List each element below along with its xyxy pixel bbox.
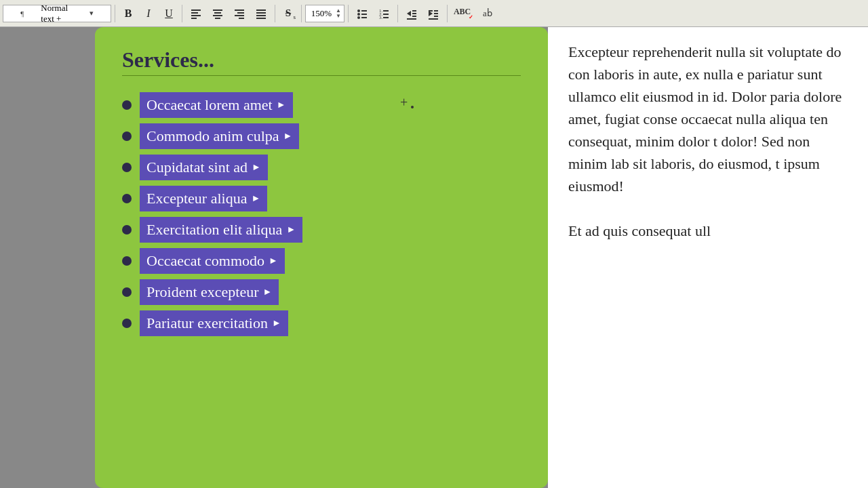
service-link[interactable]: Occaecat commodo ► xyxy=(140,248,285,274)
zoom-arrows[interactable]: ▲ ▼ xyxy=(336,6,341,21)
outdent-button[interactable] xyxy=(401,5,422,22)
style-selector[interactable]: ¶ Normal text + ▾ xyxy=(3,5,111,22)
separator-7 xyxy=(447,5,448,22)
svg-rect-25 xyxy=(383,14,389,15)
list-item: Commodo anim culpa ► xyxy=(122,123,521,149)
zoom-down-arrow[interactable]: ▼ xyxy=(336,14,341,19)
svg-rect-13 xyxy=(256,12,266,14)
svg-rect-15 xyxy=(256,18,266,19)
service-link[interactable]: Occaecat lorem amet ► xyxy=(140,92,293,118)
svg-point-20 xyxy=(357,16,360,19)
align-center-button[interactable] xyxy=(208,5,228,22)
bold-button[interactable]: B xyxy=(119,5,138,22)
svg-rect-5 xyxy=(214,12,221,14)
separator-5 xyxy=(348,5,349,22)
style-label: Normal text + xyxy=(41,3,73,24)
svg-rect-36 xyxy=(434,13,438,14)
svg-rect-29 xyxy=(412,10,416,12)
svg-rect-1 xyxy=(191,12,198,14)
indent-button[interactable] xyxy=(423,5,443,22)
arrow-icon: ► xyxy=(252,162,261,173)
strikethrough-button[interactable]: S s xyxy=(279,5,298,22)
left-sidebar xyxy=(0,27,95,488)
italic-button[interactable]: I xyxy=(139,5,158,22)
svg-rect-7 xyxy=(215,18,220,19)
svg-rect-9 xyxy=(237,12,244,14)
right-panel-text: Excepteur reprehenderit nulla sit volupt… xyxy=(568,41,848,197)
svg-rect-11 xyxy=(239,18,244,19)
align-left-button[interactable] xyxy=(186,5,206,22)
service-link[interactable]: Excepteur aliqua ► xyxy=(140,186,267,211)
svg-rect-31 xyxy=(412,16,416,17)
svg-marker-33 xyxy=(429,11,433,16)
list-item: Exercitation elit aliqua ► xyxy=(122,217,521,243)
bullet xyxy=(122,194,132,203)
svg-point-18 xyxy=(357,13,360,16)
svg-marker-28 xyxy=(407,11,411,16)
service-link[interactable]: Commodo anim culpa ► xyxy=(140,123,299,149)
arrow-icon: ► xyxy=(251,193,260,204)
align-right-button[interactable] xyxy=(229,5,250,22)
svg-rect-8 xyxy=(235,9,244,11)
arrow-icon: ► xyxy=(283,131,293,142)
svg-rect-14 xyxy=(256,15,266,16)
content-area: Services... Occaecat lorem amet ► Commod… xyxy=(0,27,868,488)
arrow-icon: ► xyxy=(263,287,273,298)
svg-rect-34 xyxy=(429,10,433,12)
spellcheck-button[interactable]: ABC ✓ xyxy=(451,5,475,22)
list-item: Proident excepteur ► xyxy=(122,279,521,305)
bullet xyxy=(122,131,132,141)
list-item: Occaecat commodo ► xyxy=(122,248,521,274)
unordered-list-button[interactable] xyxy=(352,5,372,22)
arrow-icon: ► xyxy=(269,256,278,266)
dropdown-arrow-icon: ▾ xyxy=(76,9,108,18)
bullet xyxy=(122,100,132,110)
toolbar: ¶ Normal text + ▾ B I U S s 150% ▲ ▼ xyxy=(0,0,868,27)
svg-rect-35 xyxy=(434,10,438,12)
svg-rect-0 xyxy=(191,9,201,11)
service-link[interactable]: Proident excepteur ► xyxy=(140,279,279,305)
svg-text:3.: 3. xyxy=(379,15,383,20)
svg-rect-37 xyxy=(434,16,438,17)
align-justify-button[interactable] xyxy=(251,5,271,22)
ordered-list-button[interactable]: 1. 2. 3. xyxy=(374,5,394,22)
list-item: Pariatur exercitation ► xyxy=(122,310,521,336)
zoom-value: 150% xyxy=(309,8,334,19)
list-item: Cupidatat sint ad ► xyxy=(122,155,521,180)
bullet xyxy=(122,319,132,328)
svg-rect-38 xyxy=(429,18,438,20)
svg-rect-12 xyxy=(256,9,266,11)
service-link[interactable]: Cupidatat sint ad ► xyxy=(140,155,268,180)
svg-rect-17 xyxy=(361,10,367,12)
right-panel: Excepteur reprehenderit nulla sit volupt… xyxy=(548,27,868,488)
separator-6 xyxy=(397,5,398,22)
svg-rect-6 xyxy=(213,15,222,16)
zoom-control[interactable]: 150% ▲ ▼ xyxy=(305,5,344,22)
paragraph-icon: ¶ xyxy=(6,9,38,18)
svg-point-16 xyxy=(357,9,360,12)
underline-button[interactable]: U xyxy=(159,5,178,22)
svg-rect-32 xyxy=(407,18,416,20)
green-panel: Services... Occaecat lorem amet ► Commod… xyxy=(95,27,548,488)
arrow-icon: ► xyxy=(286,224,296,235)
bullet xyxy=(122,225,132,235)
arrow-icon: ► xyxy=(272,318,281,329)
svg-rect-23 xyxy=(383,10,389,12)
svg-rect-3 xyxy=(191,18,197,19)
bullet xyxy=(122,287,132,297)
character-format-button[interactable]: aḃ xyxy=(477,5,498,22)
panel-title: Services... xyxy=(122,47,521,76)
separator-4 xyxy=(301,5,302,22)
separator-1 xyxy=(115,5,115,22)
list-item: Excepteur aliqua ► xyxy=(122,186,521,211)
list-item: Occaecat lorem amet ► xyxy=(122,92,521,118)
arrow-icon: ► xyxy=(277,100,286,110)
bullet xyxy=(122,163,132,172)
service-link[interactable]: Exercitation elit aliqua ► xyxy=(140,217,302,243)
svg-rect-2 xyxy=(191,15,201,16)
service-link[interactable]: Pariatur exercitation ► xyxy=(140,310,288,336)
separator-2 xyxy=(182,5,182,22)
svg-rect-4 xyxy=(213,9,222,11)
bullet xyxy=(122,256,132,266)
services-list: Occaecat lorem amet ► Commodo anim culpa… xyxy=(122,92,521,336)
